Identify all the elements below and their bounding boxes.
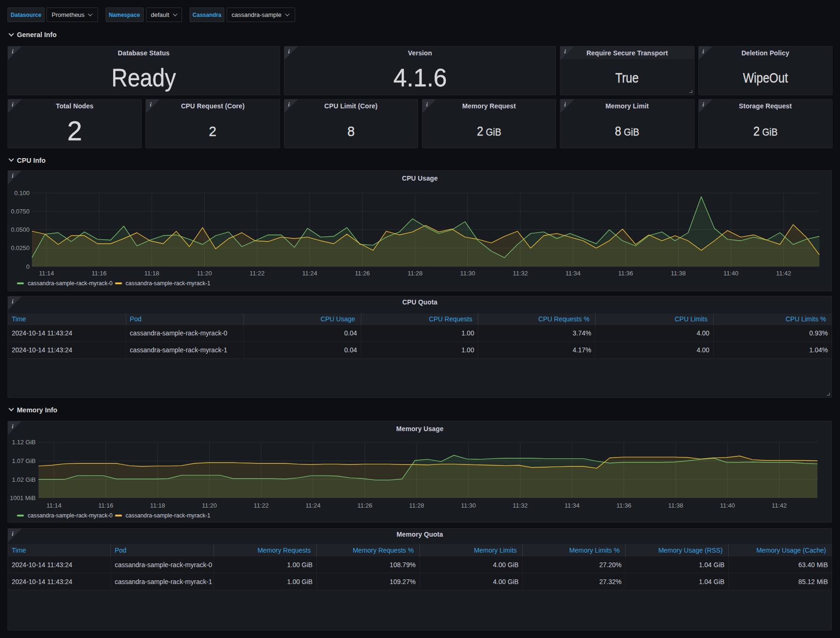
svg-text:11:18: 11:18	[150, 502, 165, 509]
svg-text:11:16: 11:16	[92, 270, 107, 277]
svg-text:1001 MiB: 1001 MiB	[10, 494, 36, 501]
svg-text:1.02 GiB: 1.02 GiB	[12, 476, 36, 483]
svg-text:11:20: 11:20	[197, 270, 212, 277]
svg-text:11:22: 11:22	[254, 502, 269, 509]
svg-text:0.0250: 0.0250	[11, 244, 30, 251]
svg-text:11:36: 11:36	[616, 502, 631, 509]
svg-text:11:20: 11:20	[202, 502, 217, 509]
svg-text:11:42: 11:42	[772, 502, 787, 509]
svg-text:11:14: 11:14	[46, 502, 61, 509]
svg-text:11:16: 11:16	[98, 502, 113, 509]
svg-text:11:24: 11:24	[302, 270, 317, 277]
svg-text:11:36: 11:36	[618, 270, 633, 277]
svg-text:0.0750: 0.0750	[11, 208, 30, 215]
svg-text:11:28: 11:28	[407, 270, 422, 277]
svg-text:11:32: 11:32	[513, 502, 528, 509]
svg-text:11:24: 11:24	[305, 502, 321, 509]
svg-text:11:14: 11:14	[39, 270, 54, 277]
svg-text:11:28: 11:28	[409, 502, 424, 509]
svg-text:0.100: 0.100	[14, 190, 30, 197]
svg-text:11:38: 11:38	[668, 502, 683, 509]
svg-text:11:34: 11:34	[565, 270, 580, 277]
svg-text:11:22: 11:22	[250, 270, 265, 277]
svg-text:1.07 GiB: 1.07 GiB	[12, 457, 36, 464]
svg-text:11:26: 11:26	[355, 270, 370, 277]
svg-text:1.12 GiB: 1.12 GiB	[12, 439, 36, 446]
svg-text:0: 0	[26, 263, 30, 270]
svg-text:11:32: 11:32	[513, 270, 528, 277]
svg-text:11:30: 11:30	[461, 502, 476, 509]
svg-text:11:34: 11:34	[565, 502, 580, 509]
svg-text:11:26: 11:26	[357, 502, 372, 509]
svg-text:11:40: 11:40	[720, 502, 735, 509]
svg-text:11:38: 11:38	[671, 270, 686, 277]
svg-text:11:30: 11:30	[460, 270, 475, 277]
svg-text:11:40: 11:40	[724, 270, 739, 277]
svg-text:11:42: 11:42	[776, 270, 791, 277]
svg-text:0.0500: 0.0500	[11, 226, 30, 233]
svg-text:11:18: 11:18	[144, 270, 159, 277]
